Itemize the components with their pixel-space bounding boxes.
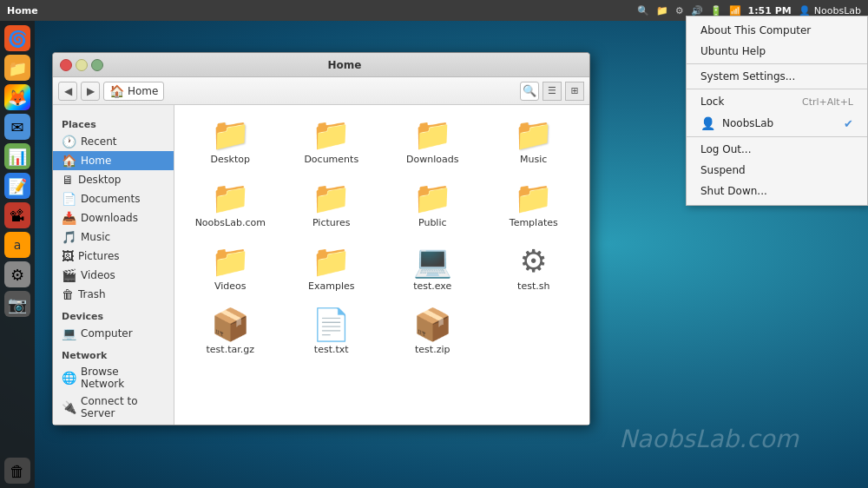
testzip-icon: 📦 xyxy=(413,309,452,340)
examples-folder-icon: 📁 xyxy=(312,246,351,277)
downloads-file-name: Downloads xyxy=(406,154,458,165)
connect-server-label: Connect to Server xyxy=(81,395,165,419)
templates-folder-icon: 📁 xyxy=(514,182,553,214)
music-icon: 🎵 xyxy=(62,230,76,244)
testsh-icon: ⚙ xyxy=(520,246,548,277)
home-icon: 🏠 xyxy=(62,154,76,168)
file-item-testzip[interactable]: 📦 test.zip xyxy=(385,304,480,360)
firefox-dock-icon[interactable]: 🦊 xyxy=(4,84,30,110)
videos-file-name: Videos xyxy=(214,280,247,292)
testtxt-file-name: test.txt xyxy=(314,344,349,355)
trash-dock-icon[interactable]: 🗑 xyxy=(4,458,30,484)
file-item-music[interactable]: 📁 Music xyxy=(487,114,582,170)
file-area: 📁 Desktop 📁 Documents 📁 Downloads 📁 Musi… xyxy=(174,105,589,425)
sidebar-item-recent[interactable]: 🕐 Recent xyxy=(53,132,174,151)
file-item-testsh[interactable]: ⚙ test.sh xyxy=(487,241,582,297)
camera-dock-icon[interactable]: 📷 xyxy=(4,291,30,317)
documents-icon: 📄 xyxy=(62,192,76,206)
desktop: Home 🔍 📁 ⚙ 🔊 🔋 📶 1:51 PM 👤 NoobsLab Abou… xyxy=(0,0,868,488)
testexe-icon: 💻 xyxy=(413,246,452,277)
home-label: Home xyxy=(81,155,111,167)
sidebar-item-downloads[interactable]: 📥 Downloads xyxy=(53,208,174,228)
noobslab-folder-icon: 📁 xyxy=(211,182,250,214)
ubuntu-dock-icon[interactable]: 🌀 xyxy=(4,25,30,51)
search-panel-icon[interactable]: 🔍 xyxy=(637,5,649,16)
file-item-examples[interactable]: 📁 Examples xyxy=(285,241,379,297)
location-bar[interactable]: 🏠 Home xyxy=(103,82,164,101)
window-maximize-button[interactable] xyxy=(91,59,103,71)
list-view-button[interactable]: ☰ xyxy=(542,82,562,101)
menu-item-shutdown[interactable]: Shut Down... xyxy=(687,181,867,201)
menu-item-user[interactable]: 👤 NoobsLab ✔ xyxy=(687,112,867,135)
search-button[interactable]: 🔍 xyxy=(520,82,539,101)
recent-label: Recent xyxy=(81,135,116,148)
forward-button[interactable]: ▶ xyxy=(81,82,100,101)
file-item-downloads[interactable]: 📁 Downloads xyxy=(385,114,480,170)
sidebar-item-documents[interactable]: 📄 Documents xyxy=(53,189,174,208)
desktop-file-name: Desktop xyxy=(211,154,250,165)
trash-sidebar-icon: 🗑 xyxy=(62,287,74,301)
file-item-noobslab[interactable]: 📁 NoobsLab.com xyxy=(183,177,278,234)
back-button[interactable]: ◀ xyxy=(58,82,77,101)
testsh-file-name: test.sh xyxy=(517,280,549,292)
sidebar-item-browse-network[interactable]: 🌐 Browse Network xyxy=(53,363,174,392)
window-close-button[interactable] xyxy=(60,59,72,71)
settings-dock-icon[interactable]: ⚙ xyxy=(4,261,30,287)
pictures-folder-icon: 📁 xyxy=(312,182,351,214)
file-manager-window: Home ◀ ▶ 🏠 Home 🔍 ☰ ⊞ Places 🕐 Recent xyxy=(52,52,590,425)
files-panel-icon[interactable]: 📁 xyxy=(656,5,668,16)
browse-network-label: Browse Network xyxy=(81,366,165,390)
file-item-templates[interactable]: 📁 Templates xyxy=(487,177,582,234)
amazon-dock-icon[interactable]: a xyxy=(4,232,30,258)
public-folder-icon: 📁 xyxy=(413,182,452,214)
downloads-label: Downloads xyxy=(81,212,138,224)
grid-view-button[interactable]: ⊞ xyxy=(565,82,584,101)
recent-icon: 🕐 xyxy=(62,135,76,148)
sidebar-item-home[interactable]: 🏠 Home xyxy=(53,151,174,170)
menu-item-logout[interactable]: Log Out... xyxy=(687,139,867,160)
network-panel-icon[interactable]: 📶 xyxy=(729,5,741,16)
window-toolbar: ◀ ▶ 🏠 Home 🔍 ☰ ⊞ xyxy=(53,77,589,105)
files-dock-icon[interactable]: 📁 xyxy=(4,55,30,81)
window-title: Home xyxy=(107,59,582,71)
sidebar-item-connect-server[interactable]: 🔌 Connect to Server xyxy=(53,392,174,422)
sidebar-item-trash[interactable]: 🗑 Trash xyxy=(53,285,174,304)
menu-item-system-settings[interactable]: System Settings... xyxy=(687,66,867,87)
testtargz-icon: 📦 xyxy=(211,309,250,340)
file-item-pictures[interactable]: 📁 Pictures xyxy=(285,177,379,234)
testtargz-file-name: test.tar.gz xyxy=(207,344,254,355)
writer-dock-icon[interactable]: 📝 xyxy=(4,173,30,199)
sidebar-item-pictures[interactable]: 🖼 Pictures xyxy=(53,247,174,266)
network-header: Network xyxy=(53,346,174,363)
menu-item-lock[interactable]: Lock Ctrl+Alt+L xyxy=(687,91,867,112)
file-item-testtargz[interactable]: 📦 test.tar.gz xyxy=(183,304,278,360)
file-item-testexe[interactable]: 💻 test.exe xyxy=(385,241,480,297)
file-item-testtxt[interactable]: 📄 test.txt xyxy=(285,304,379,360)
desktop-folder-icon: 📁 xyxy=(211,119,250,150)
menu-item-suspend[interactable]: Suspend xyxy=(687,160,867,181)
sidebar-item-desktop[interactable]: 🖥 Desktop xyxy=(53,170,174,189)
templates-file-name: Templates xyxy=(510,217,558,228)
file-item-desktop[interactable]: 📁 Desktop xyxy=(183,114,278,170)
file-item-public[interactable]: 📁 Public xyxy=(385,177,480,234)
user-menu-icon: 👤 xyxy=(700,116,715,130)
calc-dock-icon[interactable]: 📊 xyxy=(4,143,30,169)
sidebar-item-computer[interactable]: 💻 Computer xyxy=(53,324,174,343)
downloads-folder-icon: 📁 xyxy=(413,119,452,150)
impress-dock-icon[interactable]: 📽 xyxy=(4,202,30,228)
music-label: Music xyxy=(81,231,110,243)
battery-panel-icon[interactable]: 🔋 xyxy=(710,5,722,16)
user-avatar-icon: 👤 xyxy=(799,5,811,16)
volume-panel-icon[interactable]: 🔊 xyxy=(691,5,703,16)
panel-user-area[interactable]: 👤 NoobsLab xyxy=(799,5,861,16)
email-dock-icon[interactable]: ✉ xyxy=(4,114,30,140)
menu-item-ubuntu-help[interactable]: Ubuntu Help xyxy=(687,41,867,62)
menu-item-about[interactable]: About This Computer xyxy=(687,20,867,41)
file-item-documents[interactable]: 📁 Documents xyxy=(285,114,379,170)
testzip-file-name: test.zip xyxy=(415,344,450,355)
window-minimize-button[interactable] xyxy=(76,59,88,71)
settings-panel-icon[interactable]: ⚙ xyxy=(675,5,684,16)
sidebar-item-videos[interactable]: 🎬 Videos xyxy=(53,266,174,285)
sidebar-item-music[interactable]: 🎵 Music xyxy=(53,228,174,247)
file-item-videos[interactable]: 📁 Videos xyxy=(183,241,278,297)
